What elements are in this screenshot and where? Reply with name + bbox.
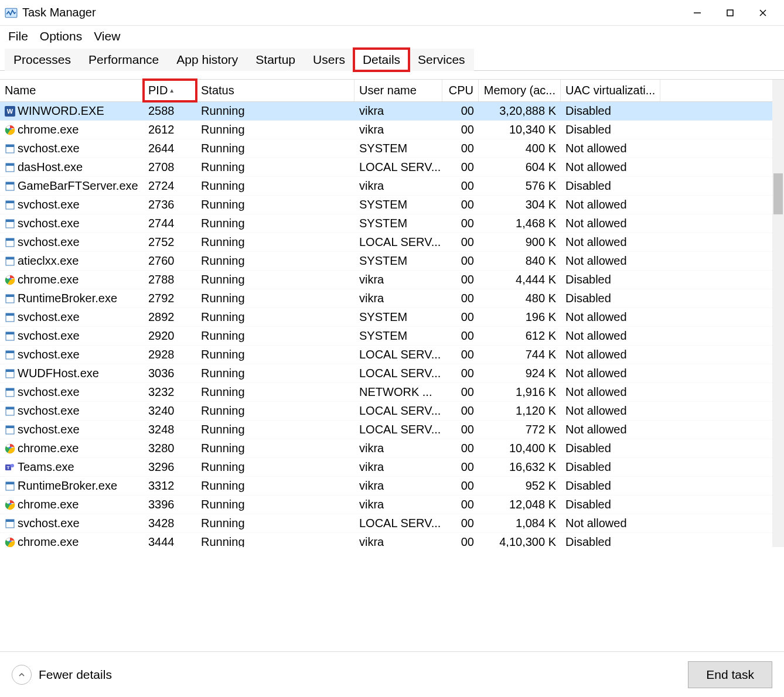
cell-cpu: 00 xyxy=(442,327,479,345)
table-row[interactable]: svchost.exe2752RunningLOCAL SERV...00900… xyxy=(0,233,784,252)
col-cpu[interactable]: CPU xyxy=(442,80,479,101)
cell-status: Running xyxy=(196,364,354,382)
cell-user: LOCAL SERV... xyxy=(354,233,442,251)
table-row[interactable]: svchost.exe2920RunningSYSTEM00612 KNot a… xyxy=(0,327,784,346)
table-row[interactable]: svchost.exe2744RunningSYSTEM001,468 KNot… xyxy=(0,214,784,233)
menu-options[interactable]: Options xyxy=(38,28,84,45)
table-row[interactable]: svchost.exe2892RunningSYSTEM00196 KNot a… xyxy=(0,308,784,327)
close-button[interactable] xyxy=(746,1,779,25)
cell-status: Running xyxy=(196,102,354,120)
cell-pid: 2724 xyxy=(144,177,196,195)
tab-app-history[interactable]: App history xyxy=(168,49,247,71)
table-row[interactable]: svchost.exe2928RunningLOCAL SERV...00744… xyxy=(0,346,784,364)
tab-users[interactable]: Users xyxy=(304,49,354,71)
cell-pid: 2612 xyxy=(144,121,196,139)
col-name[interactable]: Name xyxy=(0,80,144,101)
cell-memory: 744 K xyxy=(479,346,561,364)
table-row[interactable]: GameBarFTServer.exe2724Runningvikra00576… xyxy=(0,177,784,196)
table-row[interactable]: chrome.exe2612Runningvikra0010,340 KDisa… xyxy=(0,121,784,139)
svg-rect-47 xyxy=(6,482,14,484)
cell-status: Running xyxy=(196,346,354,364)
process-icon xyxy=(5,537,15,548)
table-row[interactable]: chrome.exe3396Runningvikra0012,048 KDisa… xyxy=(0,496,784,514)
col-status[interactable]: Status xyxy=(196,80,354,101)
cell-name: svchost.exe xyxy=(0,233,144,251)
table-row[interactable]: svchost.exe3232RunningNETWORK ...001,916… xyxy=(0,383,784,402)
table-row[interactable]: chrome.exe2788Runningvikra004,444 KDisab… xyxy=(0,271,784,289)
window-title: Task Manager xyxy=(22,6,96,19)
table-row[interactable]: chrome.exe3280Runningvikra0010,400 KDisa… xyxy=(0,439,784,458)
cell-name: chrome.exe xyxy=(0,271,144,289)
table-row[interactable]: atieclxx.exe2760RunningSYSTEM00840 KNot … xyxy=(0,252,784,271)
process-name: RuntimeBroker.exe xyxy=(18,479,117,493)
tab-details[interactable]: Details xyxy=(354,49,409,71)
table-row[interactable]: svchost.exe2644RunningSYSTEM00400 KNot a… xyxy=(0,139,784,158)
tab-services[interactable]: Services xyxy=(409,49,474,71)
col-pid-label: PID xyxy=(148,84,168,97)
cell-status: Running xyxy=(196,177,354,195)
cell-name: svchost.exe xyxy=(0,346,144,364)
tab-startup[interactable]: Startup xyxy=(247,49,304,71)
cell-cpu: 00 xyxy=(442,102,479,120)
scrollbar-thumb[interactable] xyxy=(773,173,783,214)
process-name: svchost.exe xyxy=(18,198,80,211)
cell-status: Running xyxy=(196,514,354,532)
cell-pid: 2788 xyxy=(144,271,196,289)
col-pid[interactable]: PID▲ xyxy=(144,80,196,101)
svg-point-44 xyxy=(11,464,14,467)
menu-view[interactable]: View xyxy=(91,28,122,45)
table-row[interactable]: svchost.exe3428RunningLOCAL SERV...001,0… xyxy=(0,514,784,533)
svg-rect-36 xyxy=(6,388,14,391)
cell-uac: Not allowed xyxy=(561,139,660,158)
fewer-details-label: Fewer details xyxy=(39,668,112,682)
process-icon xyxy=(5,237,15,248)
process-icon xyxy=(5,162,15,173)
cell-cpu: 00 xyxy=(442,139,479,158)
tab-performance[interactable]: Performance xyxy=(80,49,168,71)
tab-processes[interactable]: Processes xyxy=(5,49,80,71)
process-name: chrome.exe xyxy=(18,535,79,547)
vertical-scrollbar[interactable] xyxy=(772,80,784,547)
col-uac[interactable]: UAC virtualizati... xyxy=(561,80,660,101)
cell-user: vikra xyxy=(354,289,442,308)
cell-name: svchost.exe xyxy=(0,421,144,439)
cell-name: WWINWORD.EXE xyxy=(0,102,144,120)
table-row[interactable]: svchost.exe2736RunningSYSTEM00304 KNot a… xyxy=(0,196,784,214)
process-icon xyxy=(5,312,15,323)
table-row[interactable]: svchost.exe3240RunningLOCAL SERV...001,1… xyxy=(0,402,784,421)
table-row[interactable]: RuntimeBroker.exe3312Runningvikra00952 K… xyxy=(0,477,784,496)
process-icon xyxy=(5,275,15,285)
cell-name: svchost.exe xyxy=(0,402,144,420)
process-name: svchost.exe xyxy=(18,310,80,324)
maximize-button[interactable] xyxy=(714,1,746,25)
col-memory[interactable]: Memory (ac... xyxy=(479,80,561,101)
cell-pid: 3232 xyxy=(144,383,196,401)
cell-pid: 2752 xyxy=(144,233,196,251)
table-row[interactable]: dasHost.exe2708RunningLOCAL SERV...00604… xyxy=(0,158,784,177)
process-name: chrome.exe xyxy=(18,442,79,455)
end-task-button[interactable]: End task xyxy=(688,661,772,688)
cell-memory: 12,048 K xyxy=(479,496,561,514)
cell-user: NETWORK ... xyxy=(354,383,442,401)
minimize-button[interactable] xyxy=(681,1,714,25)
svg-rect-18 xyxy=(6,220,14,222)
table-row[interactable]: WWINWORD.EXE2588Runningvikra003,20,888 K… xyxy=(0,102,784,121)
cell-user: vikra xyxy=(354,458,442,476)
process-name: dasHost.exe xyxy=(18,160,83,174)
cell-memory: 480 K xyxy=(479,289,561,308)
cell-name: chrome.exe xyxy=(0,439,144,457)
table-row[interactable]: chrome.exe3444Runningvikra004,10,300 KDi… xyxy=(0,533,784,547)
process-icon xyxy=(5,200,15,210)
cell-pid: 2644 xyxy=(144,139,196,158)
table-row[interactable]: WUDFHost.exe3036RunningLOCAL SERV...0092… xyxy=(0,364,784,383)
table-row[interactable]: TTeams.exe3296Runningvikra0016,632 KDisa… xyxy=(0,458,784,477)
titlebar: Task Manager xyxy=(0,0,784,26)
cell-memory: 10,400 K xyxy=(479,439,561,457)
cell-pid: 3296 xyxy=(144,458,196,476)
fewer-details-button[interactable]: Fewer details xyxy=(12,665,112,685)
table-row[interactable]: svchost.exe3248RunningLOCAL SERV...00772… xyxy=(0,421,784,439)
table-row[interactable]: RuntimeBroker.exe2792Runningvikra00480 K… xyxy=(0,289,784,308)
process-name: svchost.exe xyxy=(18,329,80,343)
menu-file[interactable]: File xyxy=(6,28,30,45)
col-user[interactable]: User name xyxy=(354,80,442,101)
